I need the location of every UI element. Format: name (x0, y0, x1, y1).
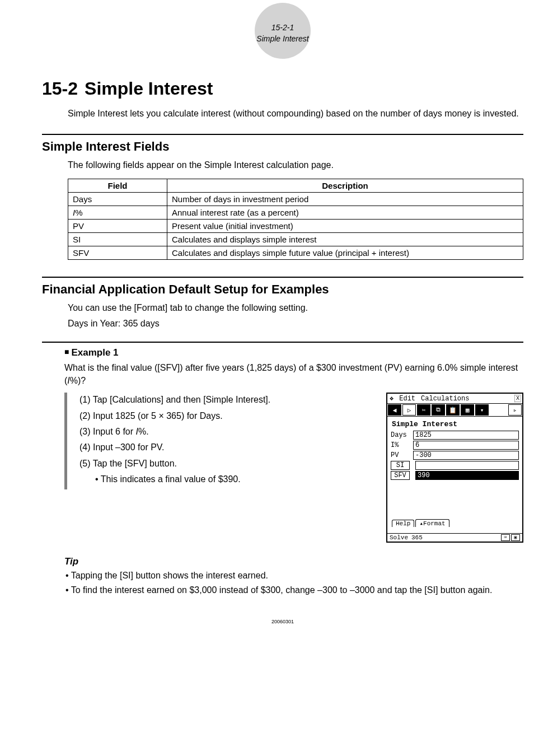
input-pv[interactable]: -300 (413, 451, 519, 460)
status-right: 365 (411, 534, 423, 541)
sfv-button[interactable]: SFV (391, 471, 410, 480)
input-days[interactable]: 1825 (413, 431, 519, 440)
page-header: 15-2-1 Simple Interest (42, 11, 523, 62)
header-topic: Simple Interest (42, 34, 523, 45)
output-sfv[interactable]: 390 (415, 471, 519, 480)
cell-desc: Present value (initial investment) (167, 220, 523, 233)
si-button[interactable]: SI (391, 461, 410, 470)
th-desc: Description (167, 179, 523, 193)
header-page-ref: 15-2-1 (42, 22, 523, 34)
menu-edit[interactable]: Edit (398, 395, 416, 403)
calc-screen-title: Simple Interest (392, 420, 519, 428)
status-icon: ▣ (511, 534, 520, 541)
cell-desc: Number of days in investment period (167, 193, 523, 206)
chapter-intro: Simple Interest lets you calculate inter… (68, 108, 523, 120)
cell-desc: Calculates and displays simple future va… (167, 246, 523, 260)
input-ipercent[interactable]: 6 (413, 441, 519, 450)
cut-icon[interactable]: ✂ (417, 404, 430, 416)
tip-item: • Tapping the [SI] button shows the inte… (64, 570, 523, 582)
setup-line2: Days in Year: 365 days (68, 317, 523, 330)
step: (5) Tap the [SFV] button. (79, 458, 376, 470)
cell-field: SI (68, 233, 167, 246)
cell-desc: Calculates and displays simple interest (167, 233, 523, 246)
chapter-name: Simple Interest (85, 78, 213, 99)
tab-help[interactable]: Help (392, 520, 414, 527)
example1-heading: ■Example 1 (64, 347, 523, 358)
copy-icon[interactable]: ⧉ (432, 404, 445, 416)
nav-back-icon[interactable]: ◀ (388, 404, 401, 416)
setup-line1: You can use the [Format] tab to change t… (68, 301, 523, 315)
table-row: SI Calculates and displays simple intere… (68, 233, 523, 246)
example1-question: What is the final value ([SFV]) after fi… (64, 362, 523, 387)
step: (1) Tap [Calculations] and then [Simple … (79, 394, 376, 406)
result-note: • This indicates a final value of $390. (95, 473, 376, 486)
calculator-screenshot: ❖ Edit Calculations X ◀ ▷ ✂ ⧉ 📋 ▦ ▾ ▹ Si… (386, 393, 523, 543)
cell-field: Days (68, 193, 167, 206)
calc-statusbar: Solve 365 ⌨ ▣ (387, 533, 522, 542)
th-field: Field (68, 179, 167, 193)
section-fields-desc: The following fields appear on the Simpl… (68, 158, 523, 172)
paste-icon[interactable]: 📋 (446, 404, 460, 416)
cell-field: I% (68, 206, 167, 220)
output-si[interactable] (415, 461, 519, 470)
label-days: Days (391, 431, 413, 439)
fields-table: Field Description Days Number of days in… (68, 179, 523, 260)
tip-body: • Tapping the [SI] button shows the inte… (64, 570, 523, 596)
close-icon[interactable]: X (514, 395, 521, 402)
calc-menubar: ❖ Edit Calculations X (387, 394, 522, 404)
tip-title: Tip (64, 556, 523, 567)
label-pv: PV (391, 451, 413, 459)
status-icon: ⌨ (501, 534, 510, 541)
grid-icon[interactable]: ▦ (461, 404, 474, 416)
label-ipercent: I% (391, 441, 413, 449)
status-left: Solve (390, 534, 408, 541)
table-row: I% Annual interest rate (as a percent) (68, 206, 523, 220)
step: (3) Input 6 for I%. (79, 426, 376, 438)
cell-desc: Annual interest rate (as a percent) (167, 206, 523, 220)
cell-field: SFV (68, 246, 167, 260)
scroll-right-icon[interactable]: ▹ (508, 404, 522, 416)
dropdown-icon[interactable]: ▾ (475, 404, 489, 416)
chapter-number: 15-2 (42, 78, 78, 99)
nav-forward-icon[interactable]: ▷ (402, 404, 416, 416)
tip-item: • To find the interest earned on $3,000 … (64, 584, 523, 596)
table-row: PV Present value (initial investment) (68, 220, 523, 233)
step: (2) Input 1825 (or 5 × 365) for Days. (79, 410, 376, 422)
cell-field: PV (68, 220, 167, 233)
menu-calculations[interactable]: Calculations (420, 395, 470, 403)
section-setup-title: Financial Application Default Setup for … (42, 282, 523, 297)
table-row: Days Number of days in investment period (68, 193, 523, 206)
menu-icon[interactable]: ❖ (388, 394, 395, 403)
footer-code: 20060301 (42, 619, 523, 624)
example1-steps: (1) Tap [Calculations] and then [Simple … (64, 393, 376, 489)
calc-toolbar: ◀ ▷ ✂ ⧉ 📋 ▦ ▾ ▹ (387, 404, 522, 417)
section-fields-title: Simple Interest Fields (42, 139, 523, 154)
tab-format[interactable]: ▴Format (415, 519, 449, 527)
step: (4) Input –300 for PV. (79, 441, 376, 454)
table-row: SFV Calculates and displays simple futur… (68, 246, 523, 260)
chapter-title: 15-2Simple Interest (42, 78, 523, 99)
